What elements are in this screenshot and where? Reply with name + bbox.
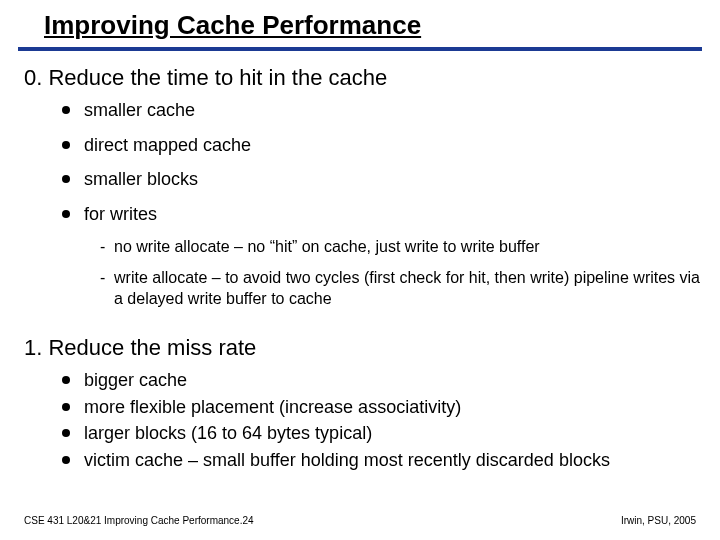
- bullet-icon: [62, 106, 70, 114]
- list-item: direct mapped cache: [62, 134, 700, 157]
- list-item-label: direct mapped cache: [84, 135, 251, 155]
- list-item: bigger cache: [62, 369, 700, 392]
- list-item: smaller cache: [62, 99, 700, 122]
- title-wrap: Improving Cache Performance: [0, 0, 720, 41]
- bullet-icon: [62, 141, 70, 149]
- list-item: no write allocate – no “hit” on cache, j…: [100, 237, 700, 258]
- list-item: victim cache – small buffer holding most…: [62, 449, 700, 472]
- section-heading: 1. Reduce the miss rate: [24, 335, 700, 361]
- list-item-label: write allocate – to avoid two cycles (fi…: [114, 269, 700, 307]
- list-item-label: smaller blocks: [84, 169, 198, 189]
- bullet-icon: [62, 429, 70, 437]
- list-item: write allocate – to avoid two cycles (fi…: [100, 268, 700, 310]
- slide: Improving Cache Performance 0. Reduce th…: [0, 0, 720, 540]
- footer-right: Irwin, PSU, 2005: [621, 515, 696, 526]
- list-item: smaller blocks: [62, 168, 700, 191]
- slide-title: Improving Cache Performance: [44, 10, 421, 41]
- section-0: 0. Reduce the time to hit in the cache s…: [24, 65, 700, 309]
- sub-list: no write allocate – no “hit” on cache, j…: [100, 237, 700, 309]
- list-item-label: victim cache – small buffer holding most…: [84, 450, 610, 470]
- list-item-label: larger blocks (16 to 64 bytes typical): [84, 423, 372, 443]
- list-item-label: no write allocate – no “hit” on cache, j…: [114, 238, 540, 255]
- section-1: 1. Reduce the miss rate bigger cache mor…: [24, 335, 700, 471]
- list-item: more flexible placement (increase associ…: [62, 396, 700, 419]
- list-item-label: smaller cache: [84, 100, 195, 120]
- bullet-icon: [62, 210, 70, 218]
- content: 0. Reduce the time to hit in the cache s…: [0, 51, 720, 471]
- footer-left: CSE 431 L20&21 Improving Cache Performan…: [24, 515, 254, 526]
- footer: CSE 431 L20&21 Improving Cache Performan…: [24, 515, 696, 526]
- bullet-icon: [62, 403, 70, 411]
- list-item-label: for writes: [84, 204, 157, 224]
- bullet-icon: [62, 175, 70, 183]
- bullet-list: bigger cache more flexible placement (in…: [62, 369, 700, 471]
- list-item-label: bigger cache: [84, 370, 187, 390]
- bullet-list: smaller cache direct mapped cache smalle…: [62, 99, 700, 225]
- bullet-icon: [62, 376, 70, 384]
- list-item: for writes: [62, 203, 700, 226]
- bullet-icon: [62, 456, 70, 464]
- list-item-label: more flexible placement (increase associ…: [84, 397, 461, 417]
- list-item: larger blocks (16 to 64 bytes typical): [62, 422, 700, 445]
- section-heading: 0. Reduce the time to hit in the cache: [24, 65, 700, 91]
